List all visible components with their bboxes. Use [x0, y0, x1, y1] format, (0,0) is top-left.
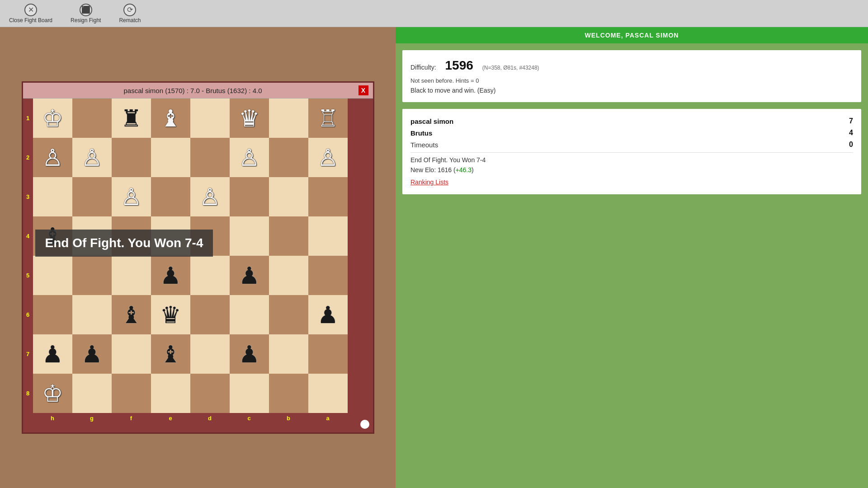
- piece-g2: ♙: [81, 144, 103, 171]
- file-labels: h g f e d c b a: [33, 413, 373, 423]
- rank-8: 8: [23, 374, 33, 413]
- elo-change: +46.3: [456, 166, 472, 174]
- cell-f7[interactable]: [112, 334, 151, 374]
- welcome-bar: WELCOME, PASCAL SIMON: [396, 27, 868, 43]
- close-fight-board-button[interactable]: ✕ Close Fight Board: [9, 4, 52, 23]
- board-close-button[interactable]: X: [359, 85, 368, 95]
- opponent-name: Brutus: [410, 129, 432, 137]
- cell-b2[interactable]: [269, 138, 308, 177]
- cell-b1[interactable]: [269, 99, 308, 138]
- cell-a2[interactable]: ♙: [308, 138, 348, 177]
- cell-f6[interactable]: ♝: [112, 295, 151, 334]
- cell-b6[interactable]: [269, 295, 308, 334]
- cell-e5[interactable]: ♟: [151, 256, 190, 295]
- cell-g5[interactable]: [72, 256, 112, 295]
- cell-b8[interactable]: [269, 374, 308, 413]
- cell-h2[interactable]: ♙: [33, 138, 72, 177]
- cell-d8[interactable]: [190, 374, 230, 413]
- rank-4: 4: [23, 216, 33, 256]
- resign-fight-button[interactable]: ⬛ Resign Fight: [71, 4, 101, 23]
- cell-d1[interactable]: [190, 99, 230, 138]
- cell-e3[interactable]: [151, 177, 190, 216]
- piece-g7: ♟: [81, 341, 103, 368]
- cell-c3[interactable]: [230, 177, 269, 216]
- cell-c8[interactable]: [230, 374, 269, 413]
- cell-e1[interactable]: ♝: [151, 99, 190, 138]
- cell-h3[interactable]: [33, 177, 72, 216]
- difficulty-row: Difficulty: 1596 (N=358, Ø81s, #43248): [410, 58, 853, 73]
- cell-g7[interactable]: ♟: [72, 334, 112, 374]
- board-title-text: pascal simon (1570) : 7.0 - Brutus (1632…: [28, 87, 359, 94]
- cell-a8[interactable]: [308, 374, 348, 413]
- cell-b4[interactable]: [269, 216, 308, 256]
- right-panel: WELCOME, PASCAL SIMON Difficulty: 1596 (…: [396, 27, 868, 488]
- rematch-button[interactable]: ⟳ Rematch: [119, 4, 141, 23]
- piece-e6: ♛: [160, 301, 181, 328]
- cell-f1[interactable]: ♜: [112, 99, 151, 138]
- cell-c7[interactable]: ♟: [230, 334, 269, 374]
- cell-a7[interactable]: [308, 334, 348, 374]
- cell-d6[interactable]: [190, 295, 230, 334]
- cell-c2[interactable]: ♙: [230, 138, 269, 177]
- piece-h8: ♔: [42, 380, 63, 407]
- timeout-score-row: Timeouts 0: [410, 141, 853, 149]
- hint-text: Not seen before. Hints = 0: [410, 77, 853, 84]
- cell-c1[interactable]: ♛: [230, 99, 269, 138]
- main-area: pascal simon (1570) : 7.0 - Brutus (1632…: [0, 27, 868, 488]
- file-d: d: [190, 413, 230, 423]
- piece-d3: ♙: [199, 183, 221, 211]
- cell-f2[interactable]: [112, 138, 151, 177]
- cell-b5[interactable]: [269, 256, 308, 295]
- rematch-label: Rematch: [119, 17, 141, 23]
- file-g: g: [72, 413, 112, 423]
- cell-a1[interactable]: ♖: [308, 99, 348, 138]
- cell-f5[interactable]: [112, 256, 151, 295]
- cell-g8[interactable]: [72, 374, 112, 413]
- cell-d3[interactable]: ♙: [190, 177, 230, 216]
- file-a: a: [308, 413, 348, 423]
- cell-d5[interactable]: [190, 256, 230, 295]
- piece-c5: ♟: [239, 262, 260, 289]
- cell-e7[interactable]: ♝: [151, 334, 190, 374]
- cell-h7[interactable]: ♟: [33, 334, 72, 374]
- rank-6: 6: [23, 295, 33, 334]
- cell-e2[interactable]: [151, 138, 190, 177]
- chess-board[interactable]: End Of Fight. You Won 7-4 ♔ ♜ ♝: [33, 99, 373, 413]
- move-instruction: Black to move and win. (Easy): [410, 87, 853, 94]
- score-card: pascal simon 7 Brutus 4 Timeouts 0 End O…: [402, 109, 861, 194]
- piece-h1: ♔: [42, 105, 63, 132]
- ranking-lists-link[interactable]: Ranking Lists: [410, 178, 448, 186]
- board-circle-indicator: [360, 420, 369, 429]
- cell-d7[interactable]: [190, 334, 230, 374]
- cell-e8[interactable]: [151, 374, 190, 413]
- timeouts-label: Timeouts: [410, 141, 438, 149]
- cell-h1[interactable]: ♔: [33, 99, 72, 138]
- cell-f3[interactable]: ♙: [112, 177, 151, 216]
- piece-f6: ♝: [121, 301, 142, 328]
- board-container: pascal simon (1570) : 7.0 - Brutus (1632…: [22, 81, 374, 434]
- cell-a5[interactable]: [308, 256, 348, 295]
- cell-h8[interactable]: ♔: [33, 374, 72, 413]
- cell-g6[interactable]: [72, 295, 112, 334]
- cell-a6[interactable]: ♟: [308, 295, 348, 334]
- cell-g1[interactable]: [72, 99, 112, 138]
- cell-a3[interactable]: [308, 177, 348, 216]
- cell-h5[interactable]: [33, 256, 72, 295]
- cell-b3[interactable]: [269, 177, 308, 216]
- rank-3: 3: [23, 177, 33, 216]
- cell-h6[interactable]: [33, 295, 72, 334]
- cell-c5[interactable]: ♟: [230, 256, 269, 295]
- cell-b7[interactable]: [269, 334, 308, 374]
- cell-f8[interactable]: [112, 374, 151, 413]
- cell-e6[interactable]: ♛: [151, 295, 190, 334]
- cell-a4[interactable]: [308, 216, 348, 256]
- cell-g3[interactable]: [72, 177, 112, 216]
- elo-text: New Elo: 1616 (+46.3): [410, 166, 853, 174]
- cell-c4[interactable]: [230, 216, 269, 256]
- rank-5: 5: [23, 256, 33, 295]
- cell-g2[interactable]: ♙: [72, 138, 112, 177]
- cell-c6[interactable]: [230, 295, 269, 334]
- cell-d2[interactable]: [190, 138, 230, 177]
- end-message: End Of Fight. You Won 7-4: [45, 236, 203, 250]
- board-grid-wrapper: End Of Fight. You Won 7-4 ♔ ♜ ♝: [33, 99, 373, 423]
